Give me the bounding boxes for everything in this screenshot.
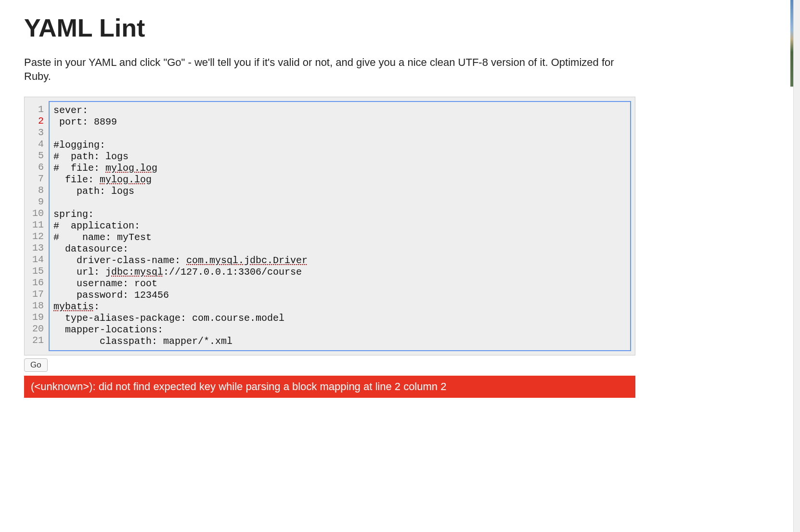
go-button[interactable]: Go [24,358,48,372]
code-line[interactable]: driver-class-name: com.mysql.jdbc.Driver [53,255,626,266]
code-line[interactable]: datasource: [53,243,626,255]
code-line[interactable]: file: mylog.log [53,174,626,186]
spellcheck-underline: com.mysql.jdbc.Driver [186,255,308,266]
code-line[interactable]: # path: logs [53,151,626,163]
code-line[interactable]: password: 123456 [53,290,626,301]
line-number: 20 [27,323,44,335]
error-message-bar: (<unknown>): did not find expected key w… [24,376,635,398]
page-description: Paste in your YAML and click "Go" - we'l… [24,56,616,83]
code-line[interactable]: # file: mylog.log [53,163,626,174]
code-line[interactable]: # application: [53,220,626,232]
line-number: 19 [27,312,44,323]
line-number: 12 [27,231,44,242]
line-number: 7 [27,173,44,185]
spellcheck-underline: jdbc:mysql [105,266,163,278]
code-line[interactable]: port: 8899 [53,116,626,128]
spellcheck-underline: mylog.log [100,174,152,185]
line-number: 21 [27,335,44,346]
code-line[interactable]: username: root [53,278,626,290]
code-line[interactable]: classpath: mapper/*.xml [53,336,626,347]
browser-scrollbar[interactable] [793,0,800,407]
code-line[interactable]: url: jdbc:mysql://127.0.0.1:3306/course [53,266,626,278]
page-title: YAML Lint [24,13,776,42]
line-number: 6 [27,162,44,173]
code-line[interactable]: #logging: [53,139,626,151]
line-number: 1 [27,104,44,115]
yaml-textarea[interactable]: sever: port: 8899 #logging:# path: logs#… [49,101,631,351]
line-number: 18 [27,300,44,312]
code-line[interactable]: type-aliases-package: com.course.model [53,313,626,324]
spellcheck-underline: mybatis [53,301,94,312]
line-number-gutter: 123456789101112131415161718192021 [27,101,49,351]
line-number: 4 [27,139,44,150]
line-number: 5 [27,150,44,162]
line-number: 13 [27,242,44,254]
code-line[interactable]: # name: myTest [53,232,626,243]
line-number: 15 [27,266,44,277]
code-line[interactable]: path: logs [53,186,626,197]
spellcheck-underline: mylog.log [105,163,157,174]
code-line[interactable]: sever: [53,105,626,116]
code-line[interactable]: mapper-locations: [53,324,626,336]
line-number: 8 [27,185,44,196]
line-number: 2 [27,115,44,127]
code-line[interactable] [53,128,626,139]
line-number: 11 [27,219,44,231]
code-line[interactable] [53,197,626,209]
line-number: 3 [27,127,44,139]
line-number: 9 [27,196,44,208]
code-line[interactable]: spring: [53,209,626,220]
code-line[interactable]: mybatis: [53,301,626,313]
line-number: 16 [27,277,44,289]
line-number: 14 [27,254,44,266]
line-number: 10 [27,208,44,219]
yaml-editor-container: 123456789101112131415161718192021 sever:… [24,97,635,355]
line-number: 17 [27,289,44,300]
